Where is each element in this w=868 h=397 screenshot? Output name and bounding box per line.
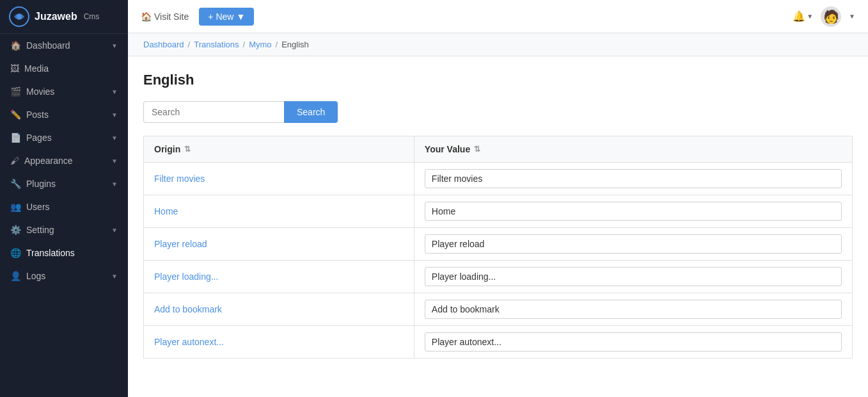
table-row: Home [144,195,853,228]
user-menu-arrow[interactable]: ▼ [849,13,855,20]
logs-icon: 👤 [10,271,21,281]
value-cell [414,293,852,326]
page-title: English [143,72,853,88]
value-input-3[interactable] [425,267,842,286]
bell-icon: 🔔 [793,10,805,22]
page-content: English Search Origin ⇅ [128,56,868,374]
value-input-0[interactable] [425,169,842,188]
value-input-1[interactable] [425,202,842,221]
sidebar-item-dashboard[interactable]: 🏠 Dashboard ▼ [0,34,128,57]
dashboard-arrow: ▼ [111,42,118,49]
movies-arrow: ▼ [111,88,118,95]
setting-icon: ⚙️ [10,225,21,235]
topbar-left: 🏠 Visit Site + New ▼ [141,8,254,26]
value-sort-icon[interactable]: ⇅ [474,145,480,154]
sidebar-item-pages[interactable]: 📄 Pages ▼ [0,126,128,149]
pages-arrow: ▼ [111,134,118,142]
origin-cell: Home [144,195,414,228]
home-icon: 🏠 [141,12,152,22]
posts-icon: ✏️ [10,109,21,120]
topbar: 🏠 Visit Site + New ▼ 🔔 ▼ 🧑 ▼ [128,0,868,33]
pages-icon: 📄 [10,133,21,143]
search-bar: Search [143,101,853,123]
plugins-arrow: ▼ [111,181,118,188]
sidebar-item-setting[interactable]: ⚙️ Setting ▼ [0,218,128,241]
logs-arrow: ▼ [111,273,118,280]
value-cell [414,228,852,261]
search-input[interactable] [143,101,284,123]
appearance-arrow: ▼ [111,158,118,165]
appearance-icon: 🖌 [10,156,19,166]
sidebar-item-appearance[interactable]: 🖌 Appearance ▼ [0,149,128,172]
translations-icon: 🌐 [10,248,21,258]
posts-arrow: ▼ [111,111,118,118]
user-avatar[interactable]: 🧑 [821,6,841,27]
breadcrumb-current: English [281,40,309,49]
origin-cell: Player autonext... [144,326,414,359]
sidebar-item-translations[interactable]: 🌐 Translations [0,241,128,264]
svg-point-1 [17,14,22,19]
value-input-4[interactable] [425,300,842,319]
content-area: Dashboard / Translations / Mymo / Englis… [128,33,868,397]
notifications-button[interactable]: 🔔 ▼ [793,10,813,22]
sidebar-item-logs[interactable]: 👤 Logs ▼ [0,264,128,288]
sidebar: Juzaweb Cms 🏠 Dashboard ▼ 🖼 Media 🎬 Movi… [0,0,128,397]
breadcrumb: Dashboard / Translations / Mymo / Englis… [128,33,868,56]
app-name: Juzaweb [35,11,77,22]
origin-text: Filter movies [154,174,205,184]
origin-text: Home [154,206,178,216]
value-input-5[interactable] [425,332,842,352]
value-cell [414,195,852,228]
notifications-arrow: ▼ [807,13,813,20]
sidebar-logo: Juzaweb Cms [0,0,128,34]
col-your-value: Your Value ⇅ [414,136,852,163]
users-icon: 👥 [10,202,21,212]
breadcrumb-translations[interactable]: Translations [194,40,239,49]
origin-text: Player reload [154,239,207,249]
avatar-image: 🧑 [823,9,839,24]
plugins-icon: 🔧 [10,179,21,189]
new-button[interactable]: + New ▼ [199,8,254,26]
table-row: Player loading... [144,261,853,293]
new-dropdown-arrow: ▼ [236,12,245,22]
cms-label: Cms [84,12,100,21]
setting-arrow: ▼ [111,227,118,234]
breadcrumb-dashboard[interactable]: Dashboard [143,40,184,49]
origin-text: Player autonext... [154,337,224,347]
translations-table: Origin ⇅ Your Value ⇅ [143,136,853,359]
table-row: Add to bookmark [144,293,853,326]
sidebar-item-movies[interactable]: 🎬 Movies ▼ [0,80,128,103]
origin-cell: Player reload [144,228,414,261]
search-button[interactable]: Search [284,101,338,123]
visit-site-link[interactable]: 🏠 Visit Site [141,12,189,22]
value-cell [414,326,852,359]
table-row: Filter movies [144,163,853,195]
sidebar-item-media[interactable]: 🖼 Media [0,57,128,80]
origin-text: Player loading... [154,271,218,282]
value-cell [414,261,852,293]
sidebar-item-posts[interactable]: ✏️ Posts ▼ [0,103,128,126]
plus-icon: + [208,12,213,22]
table-row: Player autonext... [144,326,853,359]
sidebar-item-plugins[interactable]: 🔧 Plugins ▼ [0,172,128,195]
movies-icon: 🎬 [10,86,21,97]
sidebar-item-users[interactable]: 👥 Users [0,195,128,218]
main-area: 🏠 Visit Site + New ▼ 🔔 ▼ 🧑 ▼ Dashboard / [128,0,868,397]
origin-text: Add to bookmark [154,304,222,314]
col-origin: Origin ⇅ [144,136,414,163]
origin-cell: Player loading... [144,261,414,293]
juzaweb-logo-icon [9,6,29,27]
media-icon: 🖼 [10,63,19,74]
breadcrumb-sep-2: / [243,40,246,49]
table-row: Player reload [144,228,853,261]
breadcrumb-sep-1: / [188,40,191,49]
origin-cell: Filter movies [144,163,414,195]
origin-sort-icon[interactable]: ⇅ [184,145,191,154]
origin-cell: Add to bookmark [144,293,414,326]
value-input-2[interactable] [425,234,842,254]
breadcrumb-sep-3: / [276,40,278,49]
topbar-right: 🔔 ▼ 🧑 ▼ [793,6,855,27]
breadcrumb-mymo[interactable]: Mymo [249,40,271,49]
dashboard-icon: 🏠 [10,40,21,51]
value-cell [414,163,852,195]
